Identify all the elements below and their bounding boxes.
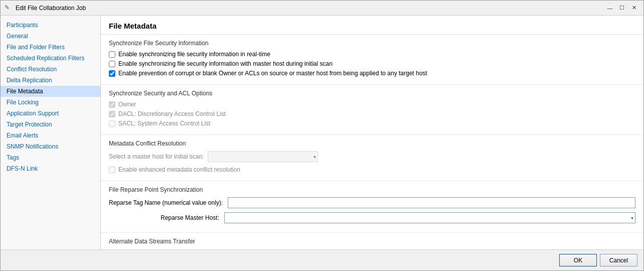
reparse-master-host-select[interactable] [224,212,635,223]
sync-realtime-label: Enable synchronizing file security infor… [118,51,270,58]
minimize-button[interactable]: — [604,3,615,14]
sidebar-item-scheduled-replication-filters[interactable]: Scheduled Replication Filters [1,53,100,64]
reparse-master-host-wrapper [224,212,635,223]
sync-security-acl-title: Synchronize Security and ACL Options [109,90,635,97]
metadata-conflict-section: Metadata Conflict Resolution Select a ma… [101,135,643,181]
prevent-corrupt-checkbox[interactable] [109,70,115,77]
dacl-row: DACL: Discretionary Access Control List [109,110,635,117]
owner-row: Owner [109,101,635,108]
master-host-label: Select a master host for initial scan: [109,153,204,160]
window-icon: ✎ [5,4,13,12]
sync-security-acl-section: Synchronize Security and ACL Options Own… [101,85,643,135]
sync-file-security-title: Synchronize File Security Information [109,40,635,47]
file-reparse-section: File Reparse Point Synchronization Repar… [101,181,643,233]
master-host-select-wrapper [208,151,318,162]
sidebar-item-target-protection[interactable]: Target Protection [1,119,100,130]
sidebar-item-dfs-n-link[interactable]: DFS-N Link [1,163,100,174]
reparse-tag-name-label: Reparse Tag Name (numerical value only): [109,199,223,206]
sacl-checkbox [109,120,115,127]
sidebar-item-file-metadata[interactable]: File Metadata [1,86,100,97]
file-reparse-title: File Reparse Point Synchronization [109,186,635,193]
cancel-button[interactable]: Cancel [600,254,637,266]
page-title: File Metadata [101,16,643,35]
main-panel: File Metadata Synchronize File Security … [101,16,643,249]
sync-initial-scan-checkbox[interactable] [109,61,115,67]
prevent-corrupt-label: Enable prevention of corrupt or blank Ow… [118,70,427,77]
content-area: ParticipantsGeneralFile and Folder Filte… [1,16,643,249]
enhanced-conflict-row: Enable enhanced metadata conflict resolu… [109,166,635,173]
enhanced-conflict-label: Enable enhanced metadata conflict resolu… [118,166,240,173]
sync-initial-scan-row: Enable synchronizing file security infor… [109,60,635,67]
alternate-data-title: Alternate Data Streams Transfer [109,238,635,245]
sync-file-security-section: Synchronize File Security Information En… [101,35,643,85]
prevent-corrupt-row: Enable prevention of corrupt or blank Ow… [109,70,635,77]
sidebar-item-participants[interactable]: Participants [1,20,100,31]
dacl-checkbox [109,111,115,117]
footer: OK Cancel [1,249,643,270]
owner-checkbox [109,101,115,108]
sidebar-item-snmp-notifications[interactable]: SNMP Notifications [1,141,100,152]
maximize-button[interactable]: ☐ [616,3,627,14]
sidebar-item-file-locking[interactable]: File Locking [1,97,100,108]
reparse-tag-name-row: Reparse Tag Name (numerical value only): [109,197,635,208]
sync-realtime-row: Enable synchronizing file security infor… [109,51,635,58]
sidebar-item-tags[interactable]: Tags [1,152,100,163]
dacl-label: DACL: Discretionary Access Control List [118,110,226,117]
master-host-row: Select a master host for initial scan: [109,151,635,162]
sacl-label: SACL: System Access Control List [118,120,210,127]
master-host-select [208,151,318,162]
sync-initial-scan-label: Enable synchronizing file security infor… [118,60,333,67]
title-bar: ✎ Edit File Collaboration Job — ☐ ✕ [1,1,643,16]
sacl-row: SACL: System Access Control List [109,120,635,127]
sidebar-item-conflict-resolution[interactable]: Conflict Resolution [1,64,100,75]
sync-realtime-checkbox[interactable] [109,51,115,58]
main-window: ✎ Edit File Collaboration Job — ☐ ✕ Part… [0,0,644,271]
metadata-conflict-title: Metadata Conflict Resolution [109,140,635,147]
reparse-master-host-label: Reparse Master Host: [109,214,219,221]
enhanced-conflict-checkbox [109,167,115,173]
sidebar-item-file-and-folder-filters[interactable]: File and Folder Filters [1,42,100,53]
alternate-data-section: Alternate Data Streams Transfer Enable t… [101,233,643,249]
ok-button[interactable]: OK [559,254,597,266]
sidebar-item-email-alerts[interactable]: Email Alerts [1,130,100,141]
sidebar-item-application-support[interactable]: Application Support [1,108,100,119]
sidebar: ParticipantsGeneralFile and Folder Filte… [1,16,101,249]
window-title: Edit File Collaboration Job [16,5,86,12]
sidebar-item-general[interactable]: General [1,31,100,42]
sidebar-item-delta-replication[interactable]: Delta Replication [1,75,100,86]
reparse-master-host-row: Reparse Master Host: [109,212,635,223]
owner-label: Owner [118,101,136,108]
close-button[interactable]: ✕ [628,3,639,14]
reparse-tag-name-input[interactable] [228,197,635,208]
window-controls: — ☐ ✕ [604,3,639,14]
